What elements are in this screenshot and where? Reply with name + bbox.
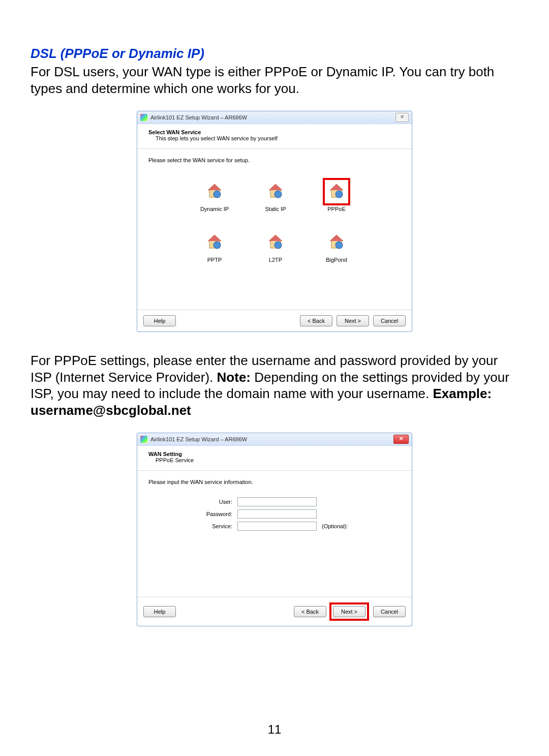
wizard-header-title: WAN Setting (148, 451, 403, 457)
wan-option-static-ip[interactable]: Static IP (245, 177, 306, 228)
svg-marker-1 (208, 184, 221, 190)
service-label: Service: (148, 523, 237, 529)
section-title: DSL (PPPoE or Dynamic IP) (30, 46, 518, 62)
wizard-header-subtitle: PPPoE Service (156, 457, 403, 463)
app-icon (140, 114, 147, 121)
house-globe-icon (203, 180, 226, 203)
wizard-header: Select WAN Service This step lets you se… (137, 124, 412, 149)
wan-option-label: PPTP (184, 257, 245, 263)
house-globe-icon (264, 180, 287, 203)
page-number: 11 (0, 722, 549, 737)
close-button[interactable]: ✕ (393, 435, 409, 444)
titlebar: Airlink101 EZ Setup Wizard – AR686W ✕ (137, 111, 412, 124)
wan-option-label: PPPoE (306, 206, 367, 212)
titlebar: Airlink101 EZ Setup Wizard – AR686W ✕ (137, 433, 412, 446)
svg-marker-13 (269, 235, 282, 241)
wizard-prompt: Please input the WAN service information… (148, 479, 403, 485)
house-globe-icon (325, 180, 348, 203)
svg-marker-4 (269, 184, 282, 190)
svg-point-2 (214, 191, 221, 198)
svg-marker-16 (330, 235, 343, 241)
svg-point-17 (336, 241, 343, 249)
wizard-header-subtitle: This step lets you select WAN service by… (156, 135, 403, 141)
service-input[interactable] (237, 522, 317, 531)
service-optional-label: (Optional): (322, 523, 348, 529)
wan-option-label: BigPond (306, 257, 367, 263)
svg-point-11 (214, 241, 221, 249)
wan-option-label: Static IP (245, 206, 306, 212)
house-globe-icon (325, 231, 348, 254)
wizard-header: WAN Setting PPPoE Service (137, 446, 412, 471)
svg-point-5 (274, 191, 282, 198)
close-button[interactable]: ✕ (395, 113, 409, 122)
svg-point-8 (336, 191, 343, 198)
house-globe-icon (203, 231, 226, 254)
wan-option-label: Dynamic IP (184, 206, 245, 212)
note-label: Note: (217, 370, 255, 385)
intro-paragraph: For DSL users, your WAN type is either P… (30, 64, 518, 97)
wan-option-pptp[interactable]: PPTP (184, 228, 245, 279)
password-label: Password: (148, 511, 237, 517)
wan-option-pppoe[interactable]: PPPoE (306, 177, 367, 228)
house-globe-icon (264, 231, 287, 254)
help-button[interactable]: Help (143, 606, 176, 617)
window-title: Airlink101 EZ Setup Wizard – AR686W (150, 436, 247, 442)
back-button[interactable]: < Back (294, 606, 326, 617)
wizard-footer: Help < Back Next > Cancel (137, 597, 412, 626)
wan-option-bigpond[interactable]: BigPond (306, 228, 367, 279)
next-button[interactable]: Next > (333, 606, 365, 617)
back-button[interactable]: < Back (300, 315, 332, 326)
wan-option-dynamic-ip[interactable]: Dynamic IP (184, 177, 245, 228)
svg-marker-7 (330, 184, 343, 190)
wizard-body: Please input the WAN service information… (137, 471, 412, 597)
wizard-select-wan: Airlink101 EZ Setup Wizard – AR686W ✕ Se… (137, 111, 412, 332)
wan-option-label: L2TP (245, 257, 306, 263)
wizard-footer: Help < Back Next > Cancel (137, 310, 412, 331)
user-input[interactable] (237, 497, 317, 506)
svg-point-14 (274, 241, 282, 249)
wizard-body: Please select the WAN service for setup.… (137, 149, 412, 310)
cancel-button[interactable]: Cancel (373, 315, 406, 326)
wizard-prompt: Please select the WAN service for setup. (148, 157, 403, 163)
help-button[interactable]: Help (143, 315, 176, 326)
wizard-header-title: Select WAN Service (148, 129, 403, 135)
user-label: User: (148, 499, 237, 505)
wizard-wan-setting: Airlink101 EZ Setup Wizard – AR686W ✕ WA… (137, 433, 412, 626)
cancel-button[interactable]: Cancel (373, 606, 406, 617)
password-input[interactable] (237, 509, 317, 519)
window-title: Airlink101 EZ Setup Wizard – AR686W (150, 114, 247, 120)
wan-option-l2tp[interactable]: L2TP (245, 228, 306, 279)
next-button-highlight: Next > (329, 602, 369, 621)
svg-marker-10 (208, 235, 221, 241)
pppoe-paragraph: For PPPoE settings, please enter the use… (30, 352, 518, 418)
next-button[interactable]: Next > (337, 315, 369, 326)
app-icon (140, 436, 147, 443)
